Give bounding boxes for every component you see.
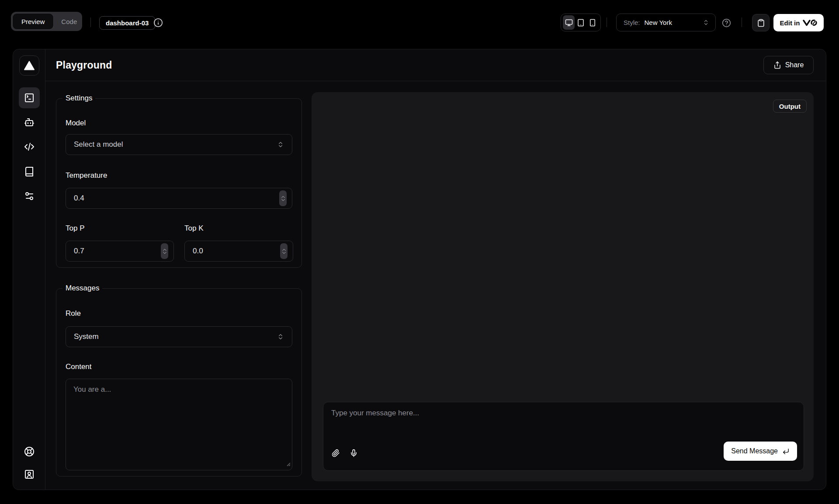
sidebar-item-account[interactable]	[19, 464, 40, 485]
desktop-view-button[interactable]	[563, 15, 575, 30]
use-microphone-button[interactable]	[346, 445, 361, 461]
monitor-icon	[565, 19, 573, 27]
device-preview-toggle	[561, 14, 601, 31]
message-input[interactable]	[323, 402, 804, 441]
sidebar-item-documentation[interactable]	[19, 161, 40, 182]
sidebar-item-settings[interactable]	[19, 186, 40, 207]
message-composer: Send Message	[323, 402, 804, 471]
chevrons-up-down-icon	[703, 19, 709, 26]
sidebar-item-help[interactable]	[19, 441, 40, 462]
main-content: Settings Model Select a model Temperatur…	[45, 81, 826, 490]
square-terminal-icon	[24, 93, 35, 103]
phone-view-button[interactable]	[587, 15, 599, 30]
role-label: Role	[66, 309, 81, 318]
sidebar-item-models[interactable]	[19, 112, 40, 133]
project-badge: dashboard-03	[99, 16, 155, 30]
corner-down-left-icon	[782, 448, 790, 455]
tablet-icon	[577, 19, 585, 27]
square-user-icon	[24, 469, 35, 480]
settings-legend: Settings	[62, 94, 95, 103]
top-toolbar: Preview Code dashboard-03 Style: New Yor…	[0, 0, 839, 49]
model-select[interactable]: Select a model	[66, 134, 292, 155]
info-icon[interactable]	[153, 18, 163, 28]
role-select-value: System	[74, 332, 99, 341]
clipboard-icon	[757, 19, 765, 27]
toolbar-divider	[90, 17, 91, 27]
style-select[interactable]: Style: New York	[616, 14, 716, 31]
output-badge: Output	[773, 100, 807, 113]
content-textarea[interactable]	[66, 379, 292, 470]
page-header: Playground Share	[45, 49, 826, 81]
share-icon	[773, 61, 781, 69]
edit-in-label: Edit in	[780, 19, 800, 27]
top-p-input[interactable]: 0.7	[66, 241, 174, 262]
code-icon	[24, 142, 35, 152]
paperclip-icon	[332, 449, 340, 457]
toolbar-divider	[607, 17, 607, 27]
page-title: Playground	[56, 59, 112, 71]
top-p-value: 0.7	[74, 247, 84, 255]
sidebar-item-playground[interactable]	[19, 87, 40, 108]
share-button[interactable]: Share	[763, 56, 814, 74]
home-logo-button[interactable]	[19, 55, 39, 76]
temperature-label: Temperature	[66, 171, 107, 180]
top-k-label: Top K	[184, 224, 203, 233]
code-tab[interactable]: Code	[53, 14, 85, 29]
v0-logo	[803, 19, 817, 26]
copy-code-button[interactable]	[752, 14, 770, 31]
sidebar-item-api[interactable]	[19, 136, 40, 157]
style-select-label: Style:	[624, 19, 640, 26]
temperature-value: 0.4	[74, 194, 84, 203]
output-panel: Output Send Message	[312, 92, 814, 481]
bot-icon	[24, 117, 35, 128]
sidebar	[13, 49, 45, 490]
model-label: Model	[66, 119, 86, 128]
tablet-view-button[interactable]	[575, 15, 586, 30]
model-select-value: Select a model	[74, 140, 123, 149]
messages-legend: Messages	[62, 284, 102, 293]
preview-code-toggle: Preview Code	[11, 12, 82, 31]
mic-icon	[350, 449, 358, 457]
edit-in-v0-button[interactable]: Edit in	[773, 14, 824, 31]
temperature-stepper[interactable]	[279, 190, 287, 206]
life-buoy-icon	[24, 446, 35, 457]
attach-file-button[interactable]	[328, 445, 343, 461]
settings-group: Settings Model Select a model Temperatur…	[56, 94, 302, 268]
settings2-icon	[24, 191, 35, 201]
send-message-button[interactable]: Send Message	[724, 442, 797, 461]
preview-tab[interactable]: Preview	[13, 14, 53, 29]
style-select-value: New York	[645, 19, 672, 26]
smartphone-icon	[589, 19, 596, 27]
chevrons-up-down-icon	[277, 141, 284, 148]
content-label: Content	[66, 362, 92, 371]
chevrons-up-down-icon	[277, 333, 284, 340]
toolbar-divider	[742, 17, 742, 27]
help-circle-icon[interactable]	[722, 18, 731, 28]
top-p-stepper[interactable]	[161, 243, 168, 259]
role-select[interactable]: System	[66, 326, 292, 347]
top-k-input[interactable]: 0.0	[184, 241, 293, 262]
temperature-input[interactable]: 0.4	[66, 188, 292, 209]
send-message-label: Send Message	[731, 447, 778, 455]
book-icon	[24, 166, 35, 177]
app-panel: Playground Share Settings Model Select a…	[13, 49, 826, 490]
top-k-value: 0.0	[193, 247, 203, 255]
top-p-label: Top P	[66, 224, 84, 233]
triangle-logo	[24, 61, 35, 70]
top-k-stepper[interactable]	[280, 243, 288, 259]
share-label: Share	[785, 61, 804, 69]
messages-group: Messages Role System Content	[56, 284, 302, 476]
